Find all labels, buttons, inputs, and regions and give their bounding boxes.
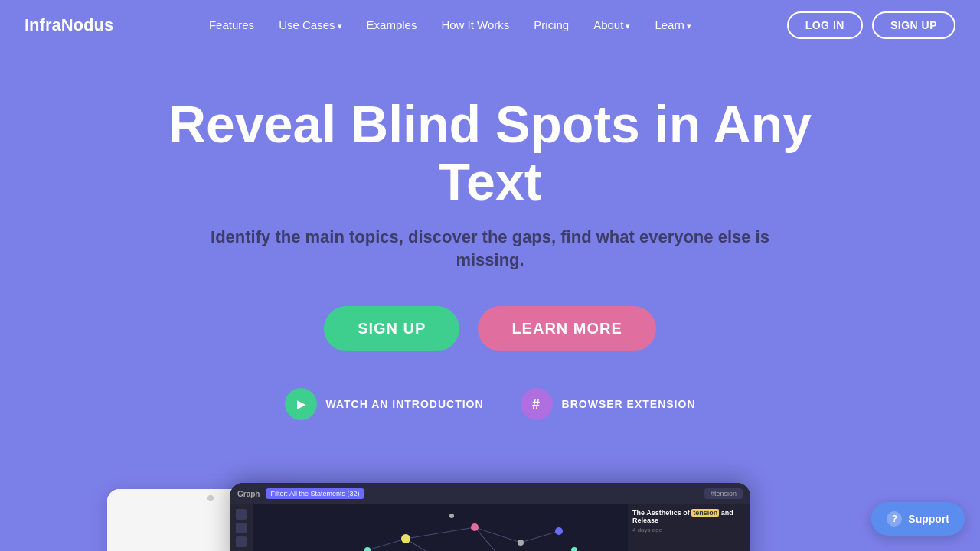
nav-examples[interactable]: Examples <box>367 18 417 31</box>
panel-highlight: tension <box>691 509 719 517</box>
screenshot-section: Graph Filter: All the Statements (32) #t… <box>0 474 980 551</box>
svg-line-0 <box>406 527 475 539</box>
support-label: Support <box>908 513 949 525</box>
device-left-dot <box>207 495 214 501</box>
navbar: InfraNodus Features Use Cases Examples H… <box>0 0 980 50</box>
nav-how-it-works[interactable]: How It Works <box>441 18 509 31</box>
svg-point-8 <box>518 540 524 546</box>
nav-use-cases[interactable]: Use Cases <box>279 18 341 31</box>
panel-title-before: The Aesthetics of <box>632 509 690 517</box>
hero-section: Reveal Blind Spots in Any Text Identify … <box>0 50 980 451</box>
brand-logo[interactable]: InfraNodus <box>24 15 113 35</box>
hash-icon <box>521 388 553 420</box>
svg-point-7 <box>471 523 479 531</box>
svg-line-5 <box>406 539 436 551</box>
browser-extension-link[interactable]: BROWSER EXTENSION <box>521 388 696 420</box>
sidebar-icon-1 <box>236 509 247 520</box>
cta-row: SIGN UP LEARN MORE <box>324 306 656 351</box>
svg-point-14 <box>449 514 454 518</box>
support-button[interactable]: ? Support <box>871 502 965 536</box>
nav-features[interactable]: Features <box>209 18 254 31</box>
svg-point-6 <box>401 534 410 543</box>
svg-line-3 <box>521 531 559 543</box>
nav-about[interactable]: About <box>593 18 630 31</box>
nav-links: Features Use Cases Examples How It Works… <box>209 18 691 32</box>
svg-point-9 <box>364 547 371 551</box>
watch-intro-label: WATCH AN INTRODUCTION <box>326 398 484 410</box>
nav-pricing[interactable]: Pricing <box>534 18 569 31</box>
hero-title: Reveal Blind Spots in Any Text <box>145 96 835 210</box>
panel-date: 4 days ago <box>632 527 746 533</box>
play-icon <box>285 388 317 420</box>
secondary-links: WATCH AN INTRODUCTION BROWSER EXTENSION <box>285 388 696 420</box>
support-icon: ? <box>887 511 902 527</box>
navbar-actions: LOG IN SIGN UP <box>787 11 956 39</box>
learn-more-button[interactable]: LEARN MORE <box>478 306 655 351</box>
graph-tab-label: Graph <box>237 490 260 498</box>
browser-extension-label: BROWSER EXTENSION <box>562 398 696 410</box>
sidebar-icon-3 <box>236 536 247 547</box>
device-panel: The Aesthetics of tension and Release 4 … <box>628 504 750 551</box>
svg-point-13 <box>571 547 577 551</box>
device-main: Graph Filter: All the Statements (32) #t… <box>230 483 750 551</box>
nav-learn[interactable]: Learn <box>655 18 691 31</box>
hero-subtitle: Identify the main topics, discover the g… <box>203 226 777 273</box>
device-topbar: Graph Filter: All the Statements (32) #t… <box>230 483 750 504</box>
svg-point-10 <box>555 527 563 535</box>
filter-label: Filter: All the Statements (32) <box>266 488 364 499</box>
sidebar-icon-2 <box>236 523 247 533</box>
panel-title: The Aesthetics of tension and Release <box>632 509 746 524</box>
signup-nav-button[interactable]: SIGN UP <box>872 11 956 39</box>
svg-line-2 <box>368 539 406 550</box>
graph-svg <box>253 504 628 551</box>
device-sidebar <box>230 504 253 551</box>
device-content: The Aesthetics of tension and Release 4 … <box>230 504 750 551</box>
watch-intro-link[interactable]: WATCH AN INTRODUCTION <box>285 388 484 420</box>
search-box[interactable]: #tension <box>704 488 743 499</box>
login-button[interactable]: LOG IN <box>787 11 863 39</box>
graph-canvas <box>253 504 628 551</box>
signup-hero-button[interactable]: SIGN UP <box>324 306 459 351</box>
